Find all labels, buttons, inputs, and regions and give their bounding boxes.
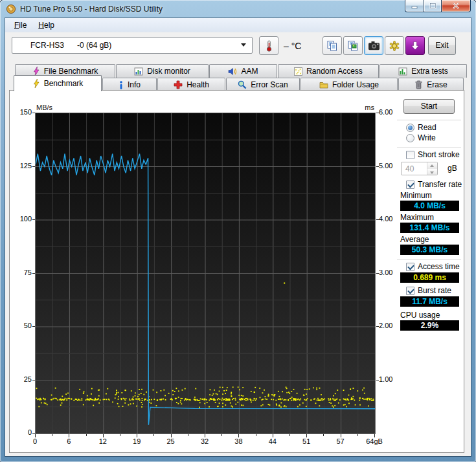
separator [397, 259, 461, 259]
tick-mark [273, 434, 273, 437]
maximum-value: 131.4 MB/s [400, 223, 459, 233]
tab-error-scan[interactable]: Error Scan [226, 78, 300, 91]
tab-erase[interactable]: Erase [398, 78, 464, 91]
tab-disk-monitor[interactable]: Disk monitor [116, 64, 209, 78]
tab-random-access[interactable]: Random Access [278, 64, 379, 78]
tick-mark [52, 434, 52, 436]
cpu-usage-label: CPU usage [400, 311, 440, 320]
write-radio-row[interactable]: Write [406, 133, 436, 142]
screenshot-button[interactable] [364, 36, 383, 55]
temperature-button[interactable] [259, 36, 278, 55]
drive-selector[interactable]: FCR-HS3 -0 (64 gB) [12, 37, 253, 54]
disk-monitor-icon [134, 67, 143, 76]
file-benchmark-icon [32, 67, 40, 76]
y-left-tick-label: 100 [10, 215, 32, 223]
tick-mark [289, 434, 290, 436]
info-icon [119, 81, 124, 89]
camera-icon [368, 41, 380, 51]
x-tick-label: 38 [224, 437, 253, 445]
copy-image-button[interactable] [343, 36, 363, 55]
tab-label: Disk monitor [147, 67, 190, 76]
access-time-label: Access time [418, 262, 460, 271]
x-tick-label: 51 [292, 437, 321, 445]
burst-rate-row[interactable]: Burst rate [406, 286, 451, 295]
copy-text-button[interactable] [323, 36, 342, 55]
tab-label: Benchmark [44, 79, 84, 88]
tab-aam[interactable]: AAM [209, 64, 277, 78]
transfer-rate-checkbox[interactable] [406, 181, 414, 189]
x-tick-label: 25 [157, 437, 185, 445]
minimize-icon [411, 3, 418, 9]
spinner-arrows[interactable] [427, 162, 437, 175]
tab-label: AAM [241, 67, 258, 76]
capacity-spinner[interactable]: 40 [401, 162, 438, 175]
y-left-tick-label: 0 [10, 428, 32, 436]
tab-label: Erase [427, 80, 447, 89]
access-time-row[interactable]: Access time [406, 262, 460, 271]
tab-row-primary: Benchmark Info Health Error Scan Folder … [14, 78, 464, 91]
copy-image-icon [347, 40, 359, 52]
spin-down-icon[interactable] [427, 169, 437, 175]
maximum-label: Maximum [400, 213, 434, 222]
menu-file[interactable]: File [8, 19, 32, 32]
start-button[interactable]: Start [403, 99, 455, 114]
short-stroke-checkbox[interactable] [406, 151, 414, 159]
exit-label: Exit [435, 41, 448, 50]
burst-rate-checkbox[interactable] [406, 287, 414, 295]
close-button[interactable] [442, 0, 471, 12]
x-tick-label: 64gB [360, 437, 389, 445]
tab-label: Random Access [306, 67, 363, 76]
tick-mark [376, 113, 379, 113]
tab-health[interactable]: Health [157, 78, 225, 91]
tab-label: Health [187, 80, 209, 89]
tick-mark [357, 434, 358, 436]
short-stroke-row[interactable]: Short stroke [406, 150, 460, 159]
tick-mark [376, 273, 379, 274]
read-radio-row[interactable]: Read [406, 123, 436, 132]
average-value: 50.3 MB/s [400, 245, 459, 255]
options-icon [389, 40, 400, 52]
maximize-icon [429, 3, 436, 9]
toolbar-buttons [323, 36, 425, 55]
tab-benchmark[interactable]: Benchmark [14, 75, 102, 91]
menu-bar: File Help [5, 18, 471, 32]
tab-info[interactable]: Info [102, 78, 157, 91]
transfer-rate-row[interactable]: Transfer rate [406, 180, 462, 189]
separator [397, 148, 461, 148]
update-button[interactable] [405, 36, 425, 55]
title-bar[interactable]: HD Tune Pro 5.50 - Hard Disk/SSD Utility [0, 0, 476, 18]
minimum-value: 4.0 MB/s [400, 201, 459, 211]
tick-mark [376, 380, 379, 380]
tick-mark [32, 113, 35, 113]
caption-buttons [405, 0, 471, 12]
tab-folder-usage[interactable]: Folder Usage [300, 78, 398, 91]
tick-mark [69, 434, 69, 437]
access-time-checkbox[interactable] [406, 263, 414, 271]
tick-mark [137, 434, 137, 437]
tick-mark [323, 434, 324, 436]
spin-up-icon[interactable] [427, 162, 437, 169]
app-icon [6, 4, 16, 14]
y-right-tick-label: 6.00 [379, 108, 405, 116]
chart-plot-area [36, 113, 375, 434]
exit-button[interactable]: Exit [428, 36, 456, 55]
tab-label: Error Scan [251, 80, 288, 89]
y-left-axis-title: MB/s [36, 104, 52, 111]
tab-extra-tests[interactable]: Extra tests [380, 64, 467, 78]
x-tick-label: 19 [122, 437, 151, 445]
options-button[interactable] [385, 36, 404, 55]
tick-mark [103, 434, 104, 437]
tick-mark [221, 434, 222, 436]
tick-mark [256, 434, 256, 436]
maximize-button[interactable] [424, 0, 442, 12]
write-radio[interactable] [406, 134, 414, 142]
tab-label: Folder Usage [332, 80, 379, 89]
tick-mark [188, 434, 188, 436]
x-tick-label: 12 [89, 437, 117, 445]
minimize-button[interactable] [405, 0, 424, 12]
speaker-icon [228, 67, 237, 76]
read-radio[interactable] [406, 124, 414, 132]
y-right-axis-title: ms [356, 104, 374, 111]
menu-help[interactable]: Help [32, 19, 60, 32]
tab-label: File Benchmark [44, 67, 98, 76]
